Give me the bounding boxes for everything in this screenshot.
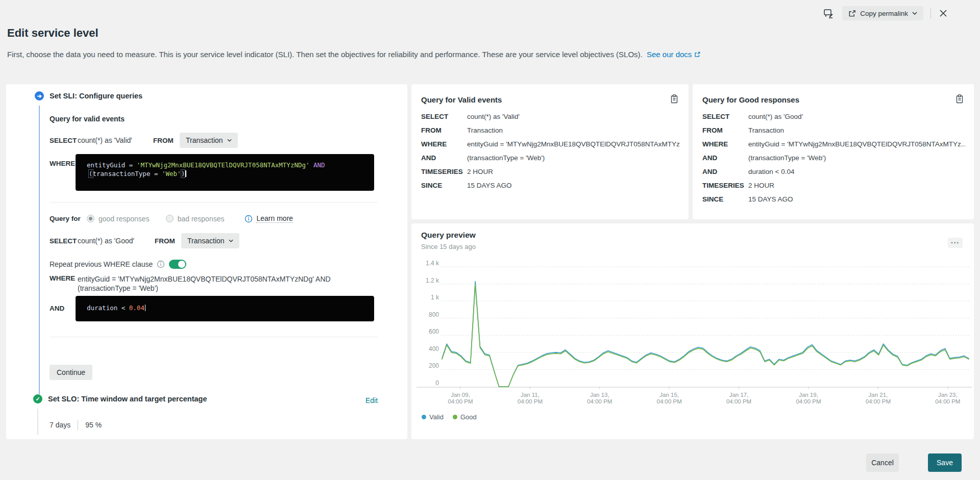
- valid-events-query-card: Query for Valid events SELECTcount(*) as…: [411, 84, 689, 219]
- repeat-where-toggle[interactable]: [169, 260, 186, 269]
- chart-legend: Valid Good: [422, 413, 477, 421]
- svg-text:Jan 15,04:00 PM: Jan 15,04:00 PM: [657, 392, 682, 405]
- copy-query-button[interactable]: [954, 93, 965, 105]
- and-keyword: AND: [50, 305, 64, 312]
- legend-label-valid: Valid: [429, 413, 444, 421]
- copy-query-button[interactable]: [669, 93, 679, 105]
- radio-unselected-icon: [166, 215, 174, 222]
- valid-query-rows: SELECTcount(*) as 'Valid'FROMTransaction…: [421, 113, 680, 195]
- svg-text:Jan 13,04:00 PM: Jan 13,04:00 PM: [587, 392, 612, 405]
- legend-item-valid[interactable]: Valid: [422, 413, 444, 421]
- svg-text:Jan 19,04:00 PM: Jan 19,04:00 PM: [796, 392, 821, 405]
- copy-permalink-button[interactable]: Copy permalink: [842, 6, 923, 20]
- query-row-value: 15 DAYS AGO: [748, 195, 793, 203]
- slo-window-value: 7 days: [50, 421, 70, 429]
- radio-good-label: good responses: [99, 215, 150, 223]
- svg-text:1.4 k: 1.4 k: [426, 260, 439, 267]
- where-code-line2: (transactionType = 'Web'): [87, 169, 367, 178]
- overflow-menu-button[interactable]: ···: [948, 238, 963, 248]
- query-for-label: Query for: [50, 215, 87, 222]
- query-row: FROMTransaction: [421, 127, 680, 134]
- modal-topbar: Copy permalink: [822, 6, 948, 20]
- cancel-button[interactable]: Cancel: [866, 453, 899, 472]
- save-button[interactable]: Save: [928, 453, 962, 472]
- slo-summary-row: 7 days 95 %: [50, 420, 102, 430]
- query-row-value: (transactionType = 'Web'): [467, 154, 545, 162]
- good-responses-query-card: Query for Good responses SELECTcount(*) …: [693, 84, 974, 219]
- feedback-button[interactable]: [822, 7, 835, 20]
- from-dropdown-valid[interactable]: Transaction: [180, 133, 238, 148]
- step1-active-icon: ➔: [35, 91, 44, 100]
- svg-text:800: 800: [429, 311, 439, 318]
- docs-link[interactable]: See our docs: [647, 50, 692, 59]
- query-preview-chart: 02004006008001 k1.2 k1.4 kJan 09,04:00 P…: [416, 259, 972, 410]
- query-row-value: 15 DAYS AGO: [467, 182, 512, 189]
- svg-text:Jan 11,04:00 PM: Jan 11,04:00 PM: [518, 392, 543, 405]
- query-row: WHEREentityGuid = 'MTYwNjg2MnxBUE18QVBQT…: [421, 140, 680, 148]
- query-row-value: Transaction: [467, 127, 503, 134]
- query-row: AND(transactionType = 'Web'): [421, 154, 680, 162]
- step1-connector-line: [39, 106, 40, 394]
- and-query-editor[interactable]: duration < 0.04: [76, 296, 374, 321]
- svg-text:600: 600: [429, 328, 439, 335]
- copy-permalink-label: Copy permalink: [860, 10, 908, 17]
- svg-text:1.2 k: 1.2 k: [426, 277, 439, 284]
- from-dropdown-good[interactable]: Transaction: [181, 233, 239, 248]
- repeated-where-value: entityGuid = 'MTYwNjg2MnxBUE18QVBQTElDQV…: [78, 274, 379, 293]
- query-row: ANDduration < 0.04: [702, 168, 966, 175]
- query-row: TIMESERIES2 HOUR: [421, 168, 680, 175]
- from-keyword: FROM: [155, 237, 181, 245]
- query-row-value: 2 HOUR: [748, 182, 774, 189]
- where-query-editor[interactable]: entityGuid = 'MTYwNjg2MnxBUE18QVBQTElDQV…: [76, 154, 374, 191]
- summary-divider: [78, 420, 78, 430]
- page-title: Edit service level: [7, 27, 99, 40]
- close-icon: [939, 9, 947, 17]
- query-row-keyword: SELECT: [421, 113, 467, 120]
- svg-text:Jan 21,04:00 PM: Jan 21,04:00 PM: [866, 392, 891, 405]
- svg-text:1 k: 1 k: [431, 294, 439, 301]
- radio-good-responses[interactable]: good responses: [87, 215, 150, 223]
- learn-more-link[interactable]: Learn more: [256, 214, 293, 223]
- query-row-keyword: SELECT: [702, 113, 748, 120]
- legend-item-good[interactable]: Good: [453, 413, 477, 421]
- svg-text:Jan 17,04:00 PM: Jan 17,04:00 PM: [726, 392, 751, 405]
- feedback-icon: [823, 8, 834, 19]
- step2-header: ✓ Set SLO: Time window and target percen…: [33, 394, 207, 403]
- from-keyword: FROM: [153, 137, 180, 144]
- good-query-rows: SELECTcount(*) as 'Good'FROMTransactionW…: [702, 113, 966, 209]
- permalink-icon: [848, 10, 856, 17]
- step1-title: Set SLI: Configure queries: [50, 92, 142, 100]
- external-link-icon: [694, 52, 700, 58]
- from-dropdown-good-label: Transaction: [187, 237, 225, 245]
- query-preview-card: Query preview Since 15 days ago ··· 0200…: [411, 223, 974, 439]
- where-keyword: WHERE: [50, 160, 75, 167]
- query-row: AND(transactionType = 'Web'): [702, 154, 966, 162]
- legend-dot-valid: [422, 415, 426, 419]
- where-code-line1: entityGuid = 'MTYwNjg2MnxBUE18QVBQTElDQV…: [87, 161, 367, 169]
- radio-bad-responses[interactable]: bad responses: [166, 215, 225, 223]
- query-row: SINCE15 DAYS AGO: [421, 182, 680, 189]
- step2-title: Set SLO: Time window and target percenta…: [48, 395, 207, 403]
- query-row-keyword: FROM: [421, 127, 467, 134]
- preview-subtitle: Since 15 days ago: [421, 243, 476, 250]
- valid-card-title: Query for Valid events: [421, 95, 502, 104]
- select-keyword: SELECT: [50, 237, 78, 245]
- select-value-valid: count(*) as 'Valid': [78, 136, 153, 144]
- close-button[interactable]: [938, 8, 948, 18]
- query-for-radio-row: Query for good responses bad responses L…: [50, 214, 293, 223]
- topbar-divider: [930, 8, 931, 19]
- query-row-keyword: WHERE: [421, 140, 467, 148]
- section-divider: [50, 202, 378, 203]
- chevron-down-icon: [227, 139, 232, 142]
- repeat-where-label: Repeat previous WHERE clause: [50, 260, 153, 268]
- good-card-title: Query for Good responses: [702, 95, 799, 104]
- select-value-good: count(*) as 'Good': [78, 237, 155, 245]
- text-cursor: [185, 170, 186, 177]
- text-cursor: [145, 305, 146, 311]
- query-row: WHEREentityGuid = 'MTYwNjg2MnxBUE18QVBQT…: [702, 140, 966, 148]
- edit-slo-link[interactable]: Edit: [365, 396, 378, 405]
- continue-button[interactable]: Continue: [50, 365, 92, 380]
- query-row-keyword: AND: [702, 168, 748, 175]
- step2-complete-icon: ✓: [33, 394, 42, 403]
- query-row: FROMTransaction: [702, 127, 966, 134]
